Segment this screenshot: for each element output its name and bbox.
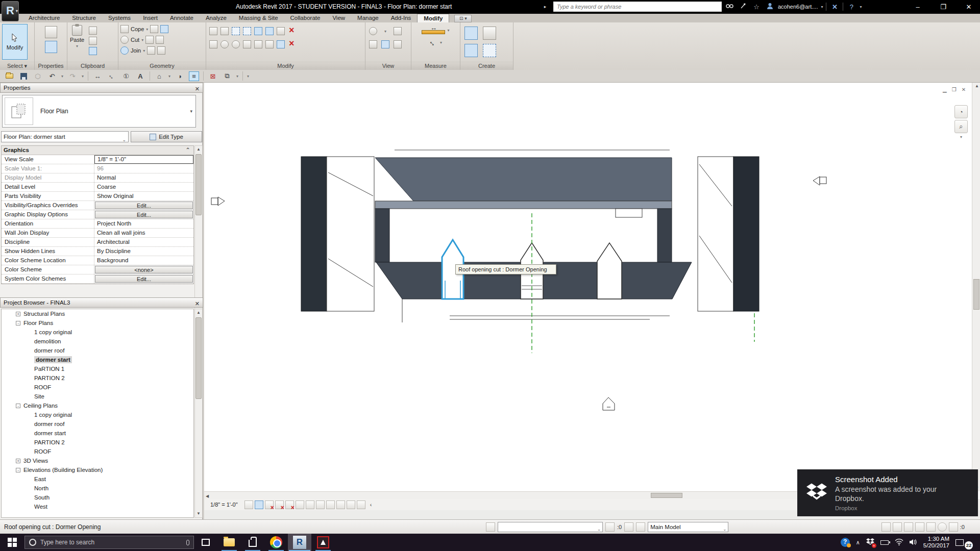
view-select-combo[interactable]: Floor Plan: dormer start ⌄ xyxy=(1,131,129,142)
application-menu-button[interactable]: R ▾ xyxy=(2,1,19,21)
type-selector-dropdown-icon[interactable]: ▾ xyxy=(190,109,192,114)
canvas-vertical-scrollbar[interactable]: ▲ ▼ xyxy=(972,83,980,491)
temporary-hide-isolate-icon[interactable] xyxy=(316,500,325,509)
text-icon[interactable]: A xyxy=(135,71,145,81)
visual-style-icon[interactable] xyxy=(255,500,263,509)
restore-button[interactable]: ❐ xyxy=(936,3,950,11)
aligned-dimension-button[interactable]: ↔ ▾ xyxy=(429,38,442,47)
join-dropdown-icon[interactable]: ▾ xyxy=(143,48,145,53)
select-by-face-icon[interactable] xyxy=(915,522,924,532)
browser-item-dormer-roof[interactable]: dormer roof xyxy=(2,346,193,355)
clock[interactable]: 1:30 AM 5/20/2017 xyxy=(923,536,949,549)
browser-item-roof[interactable]: ROOF xyxy=(2,383,193,392)
close-button[interactable]: ✕ xyxy=(962,3,976,11)
acrobat-button[interactable] xyxy=(311,534,335,551)
tab-systems[interactable]: Systems xyxy=(102,14,137,22)
property-value[interactable]: Background xyxy=(94,256,193,265)
panel-label-modify[interactable]: Modify xyxy=(206,62,365,70)
measure-dropdown-icon[interactable]: ▾ xyxy=(447,28,449,33)
search-icon[interactable] xyxy=(725,3,735,11)
mirror-draw-axis-icon[interactable] xyxy=(243,27,251,35)
property-button[interactable]: <none> xyxy=(95,266,193,273)
unpin-icon[interactable] xyxy=(288,27,296,35)
browser-item-east[interactable]: East xyxy=(2,474,193,484)
panel-label-geometry[interactable]: Geometry xyxy=(118,62,206,70)
property-value[interactable]: Show Original xyxy=(94,192,193,201)
mirror-pick-axis-icon[interactable] xyxy=(232,27,240,35)
graphics-section-header[interactable]: Graphics ⌃ xyxy=(2,146,193,155)
dormer-opening-right[interactable] xyxy=(597,243,622,299)
steering-wheel-icon[interactable]: ◔ xyxy=(954,105,968,118)
paint-icon[interactable] xyxy=(156,36,164,44)
open-file-icon[interactable] xyxy=(4,71,14,81)
browser-item-dormer-roof[interactable]: dormer roof xyxy=(2,419,193,429)
active-option-icon[interactable] xyxy=(636,522,645,532)
property-value[interactable]: By Discipline xyxy=(94,247,193,256)
tab-collaborate[interactable]: Collaborate xyxy=(284,14,327,22)
delete-icon[interactable] xyxy=(288,40,296,48)
browser-item-dormer-start[interactable]: dormer start xyxy=(2,355,193,364)
tab-annotate[interactable]: Annotate xyxy=(164,14,200,22)
property-value[interactable]: Project North xyxy=(94,219,193,228)
create-group-icon[interactable] xyxy=(464,27,478,40)
paint-brush-icon[interactable] xyxy=(369,40,377,48)
elevation-marker-east[interactable] xyxy=(813,177,826,185)
unlocked-view-icon[interactable] xyxy=(306,500,314,509)
default-3d-view-icon[interactable]: ⌂ xyxy=(154,71,164,81)
section-collapse-icon[interactable]: ⌃ xyxy=(185,146,190,155)
project-browser-scrollbar[interactable]: ▲ ▼ xyxy=(194,309,203,518)
property-value[interactable]: Normal xyxy=(94,173,193,182)
task-view-button[interactable] xyxy=(194,534,217,551)
right-wall-block[interactable] xyxy=(733,157,759,311)
trim-extend-single-icon[interactable] xyxy=(254,40,262,48)
browser-item-floor-plans[interactable]: -Floor Plans xyxy=(2,318,193,328)
browser-item-west[interactable]: West xyxy=(2,502,193,511)
property-button[interactable]: Edit... xyxy=(95,275,193,283)
account-dropdown-icon[interactable]: ▾ xyxy=(821,5,823,9)
view-dropdown-icon[interactable]: ▾ xyxy=(384,29,386,34)
browser-item-ceiling-plans[interactable]: -Ceiling Plans xyxy=(2,401,193,410)
project-browser-close-icon[interactable]: ✕ xyxy=(195,299,200,308)
close-hidden-windows-icon[interactable]: ⊠ xyxy=(208,71,218,81)
copy-to-clipboard-icon[interactable] xyxy=(89,37,97,45)
browser-item-demolition[interactable]: demolition xyxy=(2,337,193,346)
panel-label-create[interactable]: Create xyxy=(460,62,513,70)
collapse-icon[interactable]: - xyxy=(16,468,20,472)
left-wall-block[interactable] xyxy=(301,157,327,311)
zoom-tool-icon[interactable]: ⌕ xyxy=(954,120,968,133)
cut-dropdown-icon[interactable]: ▾ xyxy=(141,38,143,42)
select-underlay-icon[interactable] xyxy=(893,522,902,532)
worksharing-display-icon[interactable] xyxy=(347,500,355,509)
property-button[interactable]: Edit... xyxy=(95,211,193,218)
floor-slab-band[interactable] xyxy=(375,201,672,209)
drawing-area[interactable]: Roof opening cut : Dormer Opening ▁ ❐ ✕ … xyxy=(204,83,980,519)
properties-panel-header[interactable]: Properties ✕ xyxy=(0,83,203,93)
horizontal-scroll-thumb[interactable] xyxy=(651,493,682,498)
tab-modify[interactable]: Modify xyxy=(417,14,449,22)
thin-lines-icon[interactable]: ≡ xyxy=(189,71,199,81)
select-links-icon[interactable] xyxy=(881,522,891,532)
exchange-apps-icon[interactable]: ✕ xyxy=(829,3,840,11)
hide-elements-icon[interactable] xyxy=(394,40,402,48)
design-options-icon[interactable] xyxy=(624,522,633,532)
view-close-icon[interactable]: ✕ xyxy=(962,87,966,92)
panel-label-properties[interactable]: Properties xyxy=(35,62,67,70)
favorites-star-icon[interactable]: ☆ xyxy=(751,3,762,11)
paste-dropdown-icon[interactable]: ▾ xyxy=(76,44,78,48)
cope-dropdown-icon[interactable]: ▾ xyxy=(146,27,148,32)
modify-tool-button[interactable]: Modify xyxy=(2,24,28,60)
split-with-gap-icon[interactable] xyxy=(265,27,274,35)
tab-manage[interactable]: Manage xyxy=(351,14,385,22)
right-interior-wall[interactable] xyxy=(657,209,672,262)
dropbox-tray-icon[interactable]: × xyxy=(866,538,874,546)
create-similar-icon[interactable] xyxy=(483,27,496,40)
browser-item-dormer-start[interactable]: dormer start xyxy=(2,429,193,438)
measure-icon[interactable]: ↔ xyxy=(92,71,103,81)
scale-icon[interactable] xyxy=(244,500,253,509)
synchronize-icon[interactable]: ⬡ xyxy=(33,71,43,81)
view-scale-control[interactable]: 1/8" = 1'-0" xyxy=(210,502,238,508)
property-button[interactable]: Edit... xyxy=(95,202,193,209)
panel-label-measure[interactable]: Measure xyxy=(411,62,460,70)
tab-insert[interactable]: Insert xyxy=(137,14,164,22)
linework-icon[interactable] xyxy=(394,27,402,35)
